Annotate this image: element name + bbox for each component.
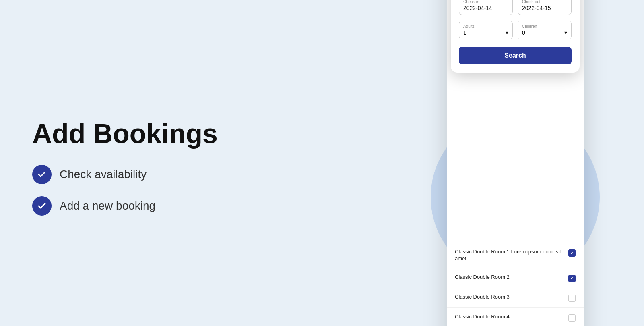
room-item-4-content: Classic Double Room 4: [455, 314, 564, 320]
children-select[interactable]: Children 0 ▾: [518, 21, 572, 39]
adults-label: Adults: [463, 24, 508, 29]
room-name-2: Classic Double Room 2: [455, 274, 564, 281]
feature-text-check-availability: Check availability: [60, 168, 147, 181]
adults-select[interactable]: Adults 1 ▾: [459, 21, 513, 39]
room-checkbox-4[interactable]: [568, 314, 576, 322]
checkout-value: 2022-04-15: [522, 5, 567, 11]
room-item-1[interactable]: Classic Double Room 1 Lorem ipsum dolor …: [447, 243, 584, 268]
adults-chevron-icon: ▾: [506, 29, 508, 36]
checkin-field[interactable]: Check-in 2022-04-14: [459, 0, 513, 15]
room-name-1: Classic Double Room 1 Lorem ipsum dolor …: [455, 249, 564, 262]
children-chevron-icon: ▾: [564, 29, 567, 36]
feature-item-check-availability: Check availability: [32, 165, 419, 184]
check-icon-2: [32, 196, 52, 216]
phone-mockup: 10:44 ● WiFi ▮ ‹ Add Booking Check-in: [447, 0, 584, 326]
adults-value: 1: [463, 29, 466, 36]
room-item-4[interactable]: Classic Double Room 4: [447, 308, 584, 326]
room-item-1-content: Classic Double Room 1 Lorem ipsum dolor …: [455, 249, 564, 262]
room-item-3-content: Classic Double Room 3: [455, 294, 564, 301]
feature-text-add-booking: Add a new booking: [60, 199, 155, 212]
checkout-label: Check-out: [522, 0, 567, 4]
checkout-field[interactable]: Check-out 2022-04-15: [518, 0, 572, 15]
check-icon-1: [32, 165, 52, 184]
page-title: Add Bookings: [32, 118, 419, 149]
room-name-3: Classic Double Room 3: [455, 294, 564, 301]
children-value: 0: [522, 29, 525, 36]
features-list: Check availability Add a new booking: [32, 165, 419, 216]
room-item-2[interactable]: Classic Double Room 2: [447, 268, 584, 288]
guests-row: Adults 1 ▾ Children 0 ▾: [459, 21, 572, 39]
right-section: 10:44 ● WiFi ▮ ‹ Add Booking Check-in: [419, 0, 612, 326]
checkin-value: 2022-04-14: [463, 5, 508, 11]
room-checkbox-2[interactable]: [568, 275, 576, 282]
room-item-2-content: Classic Double Room 2: [455, 274, 564, 281]
search-button[interactable]: Search: [459, 47, 572, 64]
room-name-4: Classic Double Room 4: [455, 314, 564, 320]
children-label: Children: [522, 24, 567, 29]
room-item-3[interactable]: Classic Double Room 3: [447, 288, 584, 308]
feature-item-add-booking: Add a new booking: [32, 196, 419, 216]
checkin-label: Check-in: [463, 0, 508, 4]
booking-modal: ‹ Add Booking Check-in 2022-04-14 Check-…: [451, 0, 580, 73]
left-section: Add Bookings Check availability Add a ne…: [32, 110, 419, 216]
room-list: Classic Double Room 1 Lorem ipsum dolor …: [447, 243, 584, 326]
room-checkbox-1[interactable]: [568, 249, 576, 257]
date-row: Check-in 2022-04-14 Check-out 2022-04-15: [459, 0, 572, 15]
room-checkbox-3[interactable]: [568, 295, 576, 302]
